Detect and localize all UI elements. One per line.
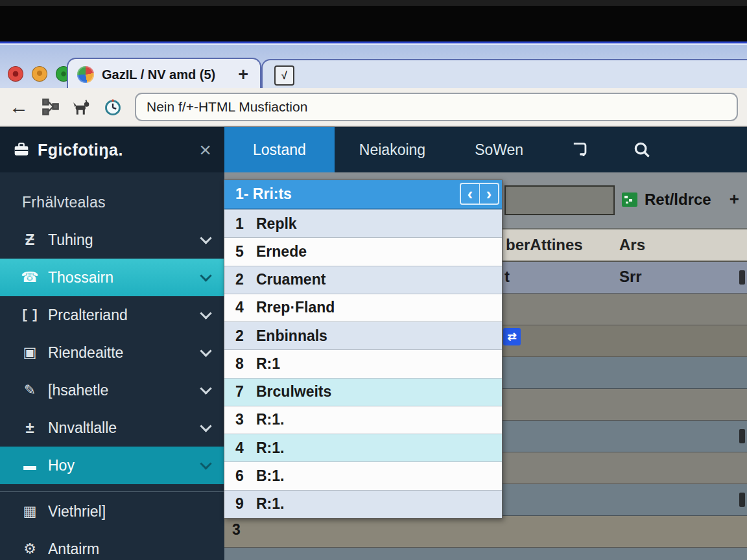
item-label: R:1. [256, 495, 284, 513]
export-control[interactable]: Ret/ldrce + [621, 189, 739, 209]
item-number: 6 [235, 467, 256, 485]
sidebar-item-tuhing[interactable]: Tuhing [0, 221, 224, 259]
top-nav: Lostand Neiakoing SoWen [224, 127, 747, 172]
share-icon[interactable] [42, 98, 60, 116]
bookmark-animal-icon[interactable] [73, 98, 91, 116]
item-number: 1 [235, 215, 256, 233]
table-cell: t [504, 268, 510, 286]
chevron-down-icon [200, 420, 211, 432]
item-number: 8 [235, 355, 256, 373]
item-label: Brculweits [256, 383, 331, 401]
row-mark [739, 493, 745, 507]
item-label: B:1. [256, 467, 284, 485]
nav-item-neiakoing[interactable]: Neiakoing [335, 127, 450, 172]
sidebar-item-label: Nnvaltlalle [48, 419, 194, 437]
table-cell: 3 [232, 521, 241, 539]
item-number: 4 [235, 299, 256, 316]
sidebar-item-hsahetle[interactable]: [hsahetle [0, 371, 224, 409]
trend-icon [19, 231, 40, 249]
minimize-window-button[interactable] [32, 66, 47, 82]
panel-icon [19, 344, 40, 361]
history-clock-icon[interactable] [104, 98, 122, 116]
sidebar-item-label: [hsahetle [48, 382, 194, 399]
dropdown-item[interactable]: 1 Replk [224, 209, 502, 237]
export-plus: + [729, 189, 739, 209]
close-window-button[interactable] [8, 66, 23, 82]
item-label: Cruament [256, 271, 326, 288]
sidebar-item-label: Prcalteriand [48, 307, 194, 324]
sidebar-item-riendeaitte[interactable]: Riendeaitte [0, 334, 224, 371]
dropdown-header[interactable]: 1- Rri:ts ‹ › [224, 180, 502, 209]
nav-item-sowen[interactable]: SoWen [450, 127, 548, 172]
sidebar-item-label: Viethriel] [48, 503, 210, 520]
sidebar-item-viethriel[interactable]: Viethriel] [0, 493, 224, 530]
monitor-bezel [0, 0, 747, 41]
next-arrow-icon[interactable]: › [479, 184, 498, 204]
nav-item-lostand[interactable]: Lostand [224, 127, 335, 172]
tab-favicon-icon [77, 66, 94, 83]
dropdown-item[interactable]: 9 R:1. [224, 490, 502, 518]
dropdown-item[interactable]: 3 R:1. [224, 406, 502, 434]
sidebar-item-hoy[interactable]: Hoy [0, 447, 224, 484]
nav-item-label: Neiakoing [359, 141, 425, 159]
browser-toolbar: ← Nein f/+-HTML Musfiaction [0, 88, 747, 127]
sidebar-divider [0, 491, 224, 492]
chevron-down-icon [200, 382, 211, 394]
prev-arrow-icon[interactable]: ‹ [461, 184, 479, 204]
url-input[interactable]: Nein f/+-HTML Musfiaction [135, 93, 738, 121]
dropdown-pager: ‹ › [460, 183, 499, 205]
dropdown-item[interactable]: 2 Cruament [224, 266, 502, 294]
sidebar: Fgicfotiŋa. × Frhälvtealas Tuhing Thossa… [0, 127, 224, 560]
chevron-down-icon [200, 232, 211, 244]
row-mark [739, 270, 745, 285]
item-number: 9 [235, 495, 256, 513]
browser-chrome: √ GazIL / NV amd (5) + [0, 41, 747, 90]
gear-icon [19, 541, 40, 557]
sidebar-item-thossairn[interactable]: Thossairn [0, 259, 224, 296]
back-button[interactable]: ← [9, 97, 29, 117]
spreadsheet-icon [621, 192, 638, 207]
item-label: R:1 [256, 355, 280, 373]
search-icon[interactable] [610, 127, 674, 172]
sidebar-item-label: Riendeaitte [48, 344, 194, 362]
grid-icon [19, 503, 40, 520]
bezel-glint [0, 0, 747, 6]
chat-icon[interactable] [548, 127, 610, 172]
background-tab[interactable]: √ [261, 59, 747, 91]
new-tab-button[interactable]: + [235, 66, 251, 84]
sidebar-item-label: Antairm [48, 541, 210, 558]
nav-item-label: SoWen [475, 141, 523, 159]
background-tab-icon: √ [274, 65, 294, 86]
dropdown-item[interactable]: 7 Brculweits [224, 378, 502, 406]
chevron-down-icon [200, 307, 211, 319]
filter-input[interactable] [504, 185, 615, 215]
item-number: 7 [235, 383, 256, 401]
chevron-down-icon [200, 345, 211, 356]
table-row [224, 548, 747, 560]
dropdown-selected-label: 1- Rri:ts [224, 185, 292, 203]
item-number: 3 [235, 411, 256, 428]
item-label: R:1. [256, 411, 284, 428]
item-number: 2 [235, 327, 256, 345]
item-label: Replk [256, 215, 297, 233]
scale-icon [19, 419, 40, 437]
sidebar-close-icon[interactable]: × [199, 139, 211, 160]
sidebar-title: Fgicfotiŋa. [38, 141, 191, 159]
dropdown-item[interactable]: 8 R:1 [224, 349, 502, 377]
sidebar-item-nnvaltlalle[interactable]: Nnvaltlalle [0, 409, 224, 447]
active-tab[interactable]: GazIL / NV amd (5) + [67, 58, 261, 90]
dropdown-item[interactable]: 5 Ernede [224, 237, 502, 265]
export-label: Ret/ldrce [645, 191, 711, 209]
row-mark [739, 429, 745, 443]
swap-button[interactable]: ⇄ [503, 328, 521, 345]
sidebar-item-label: Thossairn [48, 269, 194, 286]
dropdown-item[interactable]: 4 R:1. [224, 434, 502, 461]
dropdown-item[interactable]: 6 B:1. [224, 461, 502, 489]
tab-title: GazIL / NV amd (5) [102, 67, 228, 82]
sidebar-item-prcalteriand[interactable]: Prcalteriand [0, 296, 224, 334]
dropdown-item[interactable]: 4 Rrep·Fland [224, 294, 502, 321]
sidebar-item-antairm[interactable]: Antairm [0, 530, 224, 560]
table-row [224, 516, 747, 548]
dropdown-item[interactable]: 2 Enbinnals [224, 321, 502, 349]
item-number: 4 [235, 439, 256, 457]
